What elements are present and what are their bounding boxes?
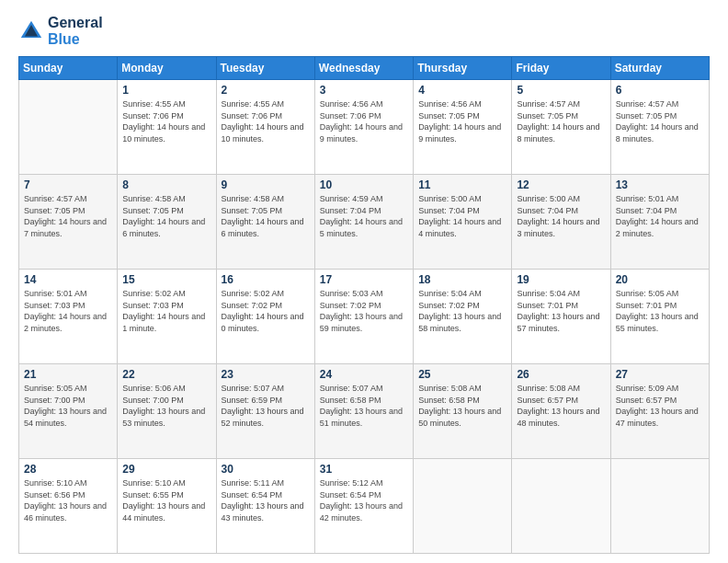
day-info: Sunrise: 4:56 AMSunset: 7:05 PMDaylight:… [418,98,506,144]
header: General Blue [18,15,710,47]
calendar-cell: 24Sunrise: 5:07 AMSunset: 6:58 PMDayligh… [314,364,413,459]
day-info: Sunrise: 5:07 AMSunset: 6:58 PMDaylight:… [320,383,408,429]
calendar-week-row: 7Sunrise: 4:57 AMSunset: 7:05 PMDaylight… [19,175,710,270]
day-number: 30 [222,463,310,476]
calendar-cell: 31Sunrise: 5:12 AMSunset: 6:54 PMDayligh… [314,459,413,554]
day-number: 3 [320,84,408,97]
logo-icon [18,18,44,44]
day-info: Sunrise: 4:58 AMSunset: 7:05 PMDaylight:… [122,193,210,239]
day-number: 26 [517,368,605,381]
calendar-header-row: SundayMondayTuesdayWednesdayThursdayFrid… [19,57,710,80]
day-number: 19 [517,273,605,286]
day-info: Sunrise: 4:57 AMSunset: 7:05 PMDaylight:… [24,193,112,239]
day-number: 16 [222,273,310,286]
calendar-cell: 14Sunrise: 5:01 AMSunset: 7:03 PMDayligh… [19,270,118,364]
day-info: Sunrise: 5:00 AMSunset: 7:04 PMDaylight:… [418,193,506,239]
day-info: Sunrise: 5:05 AMSunset: 7:01 PMDaylight:… [616,288,704,334]
calendar-cell: 12Sunrise: 5:00 AMSunset: 7:04 PMDayligh… [512,175,610,270]
calendar-header-thursday: Thursday [414,57,512,80]
calendar-cell: 8Sunrise: 4:58 AMSunset: 7:05 PMDaylight… [118,175,216,270]
day-number: 13 [616,178,704,191]
page: General Blue SundayMondayTuesdayWednesda… [0,0,728,563]
day-number: 27 [616,368,704,381]
calendar-cell: 9Sunrise: 4:58 AMSunset: 7:05 PMDaylight… [216,175,314,270]
day-number: 23 [222,368,310,381]
day-info: Sunrise: 5:11 AMSunset: 6:54 PMDaylight:… [222,477,310,523]
day-number: 1 [122,84,210,97]
day-number: 9 [222,178,310,191]
calendar-cell: 21Sunrise: 5:05 AMSunset: 7:00 PMDayligh… [19,364,118,459]
day-number: 4 [418,84,506,97]
calendar-cell: 18Sunrise: 5:04 AMSunset: 7:02 PMDayligh… [414,270,512,364]
calendar-cell: 3Sunrise: 4:56 AMSunset: 7:06 PMDaylight… [314,80,413,175]
logo-text: General Blue [48,15,103,47]
calendar-cell: 19Sunrise: 5:04 AMSunset: 7:01 PMDayligh… [512,270,610,364]
calendar-week-row: 21Sunrise: 5:05 AMSunset: 7:00 PMDayligh… [19,364,710,459]
day-number: 22 [122,368,210,381]
day-number: 8 [122,178,210,191]
day-number: 7 [24,178,112,191]
calendar-week-row: 28Sunrise: 5:10 AMSunset: 6:56 PMDayligh… [19,459,710,554]
day-info: Sunrise: 4:59 AMSunset: 7:04 PMDaylight:… [320,193,408,239]
calendar-cell: 20Sunrise: 5:05 AMSunset: 7:01 PMDayligh… [610,270,709,364]
calendar-cell: 2Sunrise: 4:55 AMSunset: 7:06 PMDaylight… [216,80,314,175]
day-number: 25 [418,368,506,381]
calendar-cell: 29Sunrise: 5:10 AMSunset: 6:55 PMDayligh… [118,459,216,554]
day-info: Sunrise: 5:02 AMSunset: 7:02 PMDaylight:… [222,288,310,334]
day-number: 2 [222,84,310,97]
day-info: Sunrise: 5:05 AMSunset: 7:00 PMDaylight:… [24,383,112,429]
day-info: Sunrise: 5:07 AMSunset: 6:59 PMDaylight:… [222,383,310,429]
day-number: 6 [616,84,704,97]
day-info: Sunrise: 4:57 AMSunset: 7:05 PMDaylight:… [517,98,605,144]
day-info: Sunrise: 5:10 AMSunset: 6:56 PMDaylight:… [24,477,112,523]
day-info: Sunrise: 5:04 AMSunset: 7:01 PMDaylight:… [517,288,605,334]
day-number: 20 [616,273,704,286]
calendar-header-saturday: Saturday [610,57,709,80]
day-info: Sunrise: 5:06 AMSunset: 7:00 PMDaylight:… [122,383,210,429]
day-number: 11 [418,178,506,191]
calendar-cell [610,459,709,554]
day-info: Sunrise: 4:56 AMSunset: 7:06 PMDaylight:… [320,98,408,144]
calendar-header-monday: Monday [118,57,216,80]
day-info: Sunrise: 5:02 AMSunset: 7:03 PMDaylight:… [122,288,210,334]
day-info: Sunrise: 5:01 AMSunset: 7:04 PMDaylight:… [616,193,704,239]
day-info: Sunrise: 5:04 AMSunset: 7:02 PMDaylight:… [418,288,506,334]
day-info: Sunrise: 4:55 AMSunset: 7:06 PMDaylight:… [222,98,310,144]
calendar-header-sunday: Sunday [19,57,118,80]
day-info: Sunrise: 4:55 AMSunset: 7:06 PMDaylight:… [122,98,210,144]
calendar-cell: 30Sunrise: 5:11 AMSunset: 6:54 PMDayligh… [216,459,314,554]
day-number: 21 [24,368,112,381]
day-number: 5 [517,84,605,97]
calendar-header-wednesday: Wednesday [314,57,413,80]
calendar-cell: 28Sunrise: 5:10 AMSunset: 6:56 PMDayligh… [19,459,118,554]
day-info: Sunrise: 5:08 AMSunset: 6:57 PMDaylight:… [517,383,605,429]
calendar-cell [19,80,118,175]
day-number: 28 [24,463,112,476]
day-info: Sunrise: 5:08 AMSunset: 6:58 PMDaylight:… [418,383,506,429]
calendar-cell: 27Sunrise: 5:09 AMSunset: 6:57 PMDayligh… [610,364,709,459]
day-info: Sunrise: 5:09 AMSunset: 6:57 PMDaylight:… [616,383,704,429]
calendar-cell: 4Sunrise: 4:56 AMSunset: 7:05 PMDaylight… [414,80,512,175]
calendar-cell: 23Sunrise: 5:07 AMSunset: 6:59 PMDayligh… [216,364,314,459]
calendar-cell: 17Sunrise: 5:03 AMSunset: 7:02 PMDayligh… [314,270,413,364]
logo: General Blue [18,15,103,47]
calendar-cell: 26Sunrise: 5:08 AMSunset: 6:57 PMDayligh… [512,364,610,459]
day-info: Sunrise: 5:01 AMSunset: 7:03 PMDaylight:… [24,288,112,334]
day-number: 29 [122,463,210,476]
day-info: Sunrise: 5:10 AMSunset: 6:55 PMDaylight:… [122,477,210,523]
calendar-cell: 13Sunrise: 5:01 AMSunset: 7:04 PMDayligh… [610,175,709,270]
calendar-table: SundayMondayTuesdayWednesdayThursdayFrid… [18,56,710,554]
day-number: 31 [320,463,408,476]
day-info: Sunrise: 4:57 AMSunset: 7:05 PMDaylight:… [616,98,704,144]
calendar-week-row: 14Sunrise: 5:01 AMSunset: 7:03 PMDayligh… [19,270,710,364]
day-number: 17 [320,273,408,286]
day-info: Sunrise: 5:12 AMSunset: 6:54 PMDaylight:… [320,477,408,523]
calendar-cell: 22Sunrise: 5:06 AMSunset: 7:00 PMDayligh… [118,364,216,459]
day-info: Sunrise: 4:58 AMSunset: 7:05 PMDaylight:… [222,193,310,239]
calendar-cell: 25Sunrise: 5:08 AMSunset: 6:58 PMDayligh… [414,364,512,459]
calendar-cell: 1Sunrise: 4:55 AMSunset: 7:06 PMDaylight… [118,80,216,175]
calendar-header-friday: Friday [512,57,610,80]
calendar-cell: 10Sunrise: 4:59 AMSunset: 7:04 PMDayligh… [314,175,413,270]
day-info: Sunrise: 5:03 AMSunset: 7:02 PMDaylight:… [320,288,408,334]
day-number: 12 [517,178,605,191]
